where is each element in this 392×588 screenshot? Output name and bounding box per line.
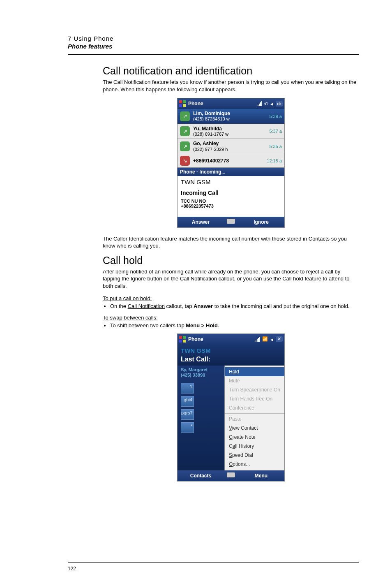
start-icon[interactable] [179,100,186,107]
carrier-label: TWN GSM [181,347,281,354]
signal-icon [256,337,260,342]
call-time: 5:39 a [269,114,282,119]
menu-hold[interactable]: Hold [225,367,284,376]
close-button[interactable]: ✕ [276,336,283,342]
call-log-row[interactable]: ↘ +886914002778 12:15 a [178,154,284,168]
caller-number: (028) 691-1767 w [193,132,266,137]
keypad-key-1[interactable]: 1 [181,383,194,394]
keyboard-icon [227,219,235,224]
menu-speakerphone: Turn Speakerphone On [225,385,284,394]
heading-call-hold: Call hold [103,255,359,266]
menu-conference: Conference [225,403,284,412]
call-log-row[interactable]: ↗ Go, Ashley (022) 977-2329 h 5:35 a [178,139,284,154]
ok-button[interactable]: ok [276,101,283,106]
start-icon[interactable] [179,336,186,343]
caller-name: +886914002778 [193,158,263,164]
outgoing-call-icon: ↗ [180,111,190,121]
link-call-notification: Call Notification [128,303,165,309]
connection-icon: ✆ [264,101,268,106]
screenshot-call-hold-menu: Phone 📶 ✕ TWN GSM Last Call: Sy, Margare… [177,333,285,482]
subheading-swap-calls: To swap between calls: [103,314,359,322]
contacts-softkey[interactable]: Contacts [178,473,224,479]
ignore-softkey[interactable]: Ignore [238,219,284,225]
chapter-label: 7 Using Phone [68,35,359,42]
titlebar: Phone 📶 ✕ [178,334,284,345]
carrier-label: TWN GSM [181,178,281,185]
caller-name: Go, Ashley [193,141,266,146]
notification-header: Phone - Incoming... [178,168,284,176]
header-rule [68,54,359,55]
last-call-name: Sy, Margaret [181,367,222,373]
list-item: On the Call Notification callout, tap An… [110,303,359,310]
menu-create-note[interactable]: Create Note [225,433,284,442]
last-call-number: (425) 33890 [181,373,222,378]
call-log-row[interactable]: ↗ Lim, Dominique (425) 87234510 w 5:39 a [178,109,284,124]
paragraph: The Caller Identification feature matche… [103,235,359,250]
paragraph: The Call Notification feature lets you k… [103,79,359,93]
call-time: 12:15 a [267,158,282,163]
menu-softkey[interactable]: Menu [238,473,284,479]
menu-paste: Paste [225,414,284,424]
caller-id-name: TCC NU NO [181,199,281,204]
call-time: 5:37 a [269,129,282,134]
menu-panel: Hold Mute Turn Speakerphone On Turn Hand… [224,366,284,470]
menu-mute: Mute [225,376,284,385]
call-log-row[interactable]: ↗ Yu, Mathilda (028) 691-1767 w 5:37 a [178,124,284,139]
antenna-icon: 📶 [262,336,268,342]
volume-icon [270,101,273,106]
keyboard-softkey[interactable] [224,219,238,225]
caller-name: Lim, Dominique [193,111,266,116]
menu-options[interactable]: Options... [225,460,284,469]
menu-call-history[interactable]: Call History [225,442,284,451]
phone-status-area: TWN GSM Last Call: [178,345,284,366]
keypad-key-4[interactable]: ghi4 [181,396,194,407]
keypad-key-star[interactable]: * [181,422,194,433]
paragraph: After being notified of an incoming call… [103,268,359,290]
page-number: 122 [68,566,76,572]
volume-icon [270,337,273,342]
outgoing-call-icon: ↗ [180,126,190,136]
answer-softkey[interactable]: Answer [178,219,224,225]
keyboard-icon [227,472,235,477]
call-time: 5:35 a [269,144,282,149]
titlebar-title: Phone [188,101,258,106]
keyboard-softkey[interactable] [224,472,238,479]
keypad-key-7[interactable]: pqrs7 [181,409,194,420]
signal-icon [258,101,262,106]
menu-handsfree: Turn Hands-free On [225,394,284,403]
last-call-label: Last Call: [181,356,281,363]
caller-number: (425) 87234510 w [193,116,266,122]
footer-rule [68,562,359,563]
screenshot-call-notification: Phone ✆ ok ↗ Lim, Dominique (425) 872345… [177,98,285,228]
titlebar-title: Phone [188,336,256,342]
list-item: To shift between two callers tap Menu > … [110,322,359,329]
section-label: Phone features [68,43,359,50]
missed-call-icon: ↘ [180,156,190,166]
notification-body: TWN GSM Incoming Call TCC NU NO +8869223… [178,176,284,217]
caller-number: (022) 977-2329 h [193,147,266,152]
menu-separator [225,413,284,414]
menu-view-contact[interactable]: View Contact [225,424,284,433]
subheading-put-on-hold: To put a call on hold: [103,295,359,302]
caller-name: Yu, Mathilda [193,126,266,132]
heading-call-notification: Call notification and identification [103,65,359,77]
incoming-call-label: Incoming Call [181,190,281,196]
menu-speed-dial[interactable]: Speed Dial [225,451,284,460]
titlebar: Phone ✆ ok [178,98,284,109]
outgoing-call-icon: ↗ [180,141,190,151]
caller-id-number: +886922357473 [181,204,281,208]
